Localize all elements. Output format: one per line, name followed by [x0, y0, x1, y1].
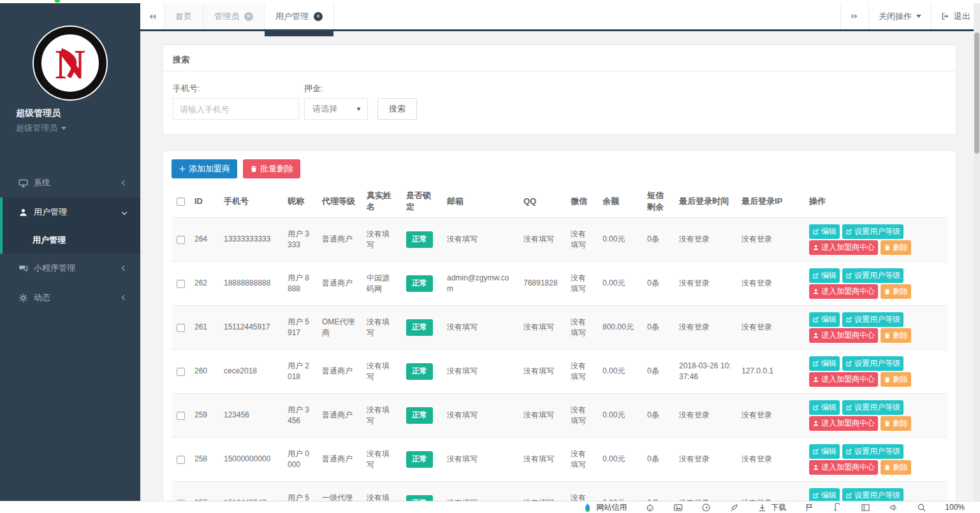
- search-button[interactable]: 搜索: [377, 98, 417, 120]
- row-checkbox[interactable]: [177, 456, 185, 464]
- delete-button[interactable]: 删除: [881, 284, 911, 299]
- enter-franchisee-center-button[interactable]: 进入加盟商中心: [809, 328, 878, 343]
- nav-group-2: 小程序管理: [0, 254, 140, 283]
- enter-franchisee-center-button[interactable]: 进入加盟商中心: [809, 416, 878, 431]
- svg-text:N: N: [55, 41, 85, 87]
- tab-close-icon[interactable]: ×: [314, 12, 323, 21]
- status-item-下载[interactable]: 下载: [757, 502, 786, 513]
- edit-button[interactable]: 编辑: [809, 224, 840, 239]
- cell-sms: 0条: [642, 394, 674, 438]
- status-item-100%[interactable]: 100%: [945, 503, 965, 512]
- add-franchisee-button[interactable]: 添加加盟商: [172, 159, 237, 178]
- trash-icon: [884, 376, 891, 383]
- column-header: 邮箱: [442, 185, 518, 218]
- edit-button[interactable]: 编辑: [809, 488, 840, 502]
- status-badge: 正常: [406, 451, 433, 467]
- cell-actions: 编辑 设置用户等级 进入加盟商中心 删除: [804, 394, 947, 438]
- set-user-level-button[interactable]: 设置用户等级: [842, 444, 903, 459]
- enter-franchisee-center-button[interactable]: 进入加盟商中心: [809, 284, 878, 299]
- status-item[interactable]: [861, 503, 870, 512]
- status-item[interactable]: [729, 503, 739, 512]
- set-user-level-button[interactable]: 设置用户等级: [842, 312, 903, 327]
- set-user-level-button[interactable]: 设置用户等级: [842, 488, 903, 502]
- enter-franchisee-center-button[interactable]: 进入加盟商中心: [809, 240, 878, 255]
- table-row: 262 18888888888 用户 8888 普通商户 中国源码网 正常 ad…: [172, 262, 947, 306]
- row-checkbox[interactable]: [177, 412, 185, 420]
- rocket-icon: [729, 503, 739, 512]
- status-item[interactable]: [645, 503, 655, 512]
- cell-wechat: 没有填写: [566, 394, 597, 438]
- cell-phone: 15112445917: [219, 306, 282, 350]
- row-checkbox[interactable]: [177, 368, 185, 376]
- edit-button[interactable]: 编辑: [809, 312, 840, 327]
- nav-group-3: 动态: [0, 283, 140, 312]
- phone-input[interactable]: [173, 98, 299, 120]
- batch-delete-button[interactable]: 批量删除: [243, 159, 300, 178]
- cell-actions: 编辑 设置用户等级 进入加盟商中心 删除: [804, 306, 947, 350]
- tab-首页[interactable]: 首页: [165, 3, 203, 29]
- close-operations-dropdown[interactable]: 关闭操作: [868, 3, 931, 29]
- column-header: 操作: [804, 185, 947, 218]
- speaker-icon: [889, 503, 898, 512]
- tab-close-icon[interactable]: ×: [244, 12, 253, 21]
- sidebar-item-label: 动态: [34, 292, 50, 303]
- set-user-level-button[interactable]: 设置用户等级: [842, 400, 903, 415]
- delete-button[interactable]: 删除: [881, 328, 911, 343]
- cell-nickname: 用户 3456: [282, 394, 317, 438]
- scrollbar-thumb[interactable]: [974, 33, 979, 154]
- row-checkbox[interactable]: [177, 280, 185, 288]
- delete-button[interactable]: 删除: [881, 416, 911, 431]
- sidebar-item-小程序管理[interactable]: 小程序管理: [3, 254, 140, 283]
- row-actions: 编辑 设置用户等级 进入加盟商中心 删除: [809, 400, 942, 431]
- delete-button[interactable]: 删除: [881, 372, 911, 387]
- cell-agent-level: OME代理商: [317, 306, 362, 350]
- sidebar-item-用户管理[interactable]: 用户管理: [3, 198, 140, 227]
- cell-actions: 编辑 设置用户等级 进入加盟商中心 删除: [804, 218, 947, 262]
- deposit-select[interactable]: 请选择 ▼: [304, 98, 368, 120]
- status-item[interactable]: [889, 503, 898, 512]
- enter-franchisee-center-button[interactable]: 进入加盟商中心: [809, 460, 878, 475]
- edit-button[interactable]: 编辑: [809, 356, 840, 371]
- cell-email: 没有填写: [442, 394, 518, 438]
- edit-button[interactable]: 编辑: [809, 444, 840, 459]
- sidebar: N 超级管理员 超级管理员 系统 用户管理 用户管理: [0, 3, 140, 502]
- sidebar-subitem-用户管理[interactable]: 用户管理: [3, 227, 140, 254]
- status-item[interactable]: [917, 503, 926, 512]
- sidebar-item-动态[interactable]: 动态: [3, 283, 140, 312]
- row-actions: 编辑 设置用户等级 进入加盟商中心 删除: [809, 444, 942, 475]
- set-user-level-button[interactable]: 设置用户等级: [842, 356, 903, 371]
- status-item[interactable]: [833, 503, 842, 512]
- delete-button[interactable]: 删除: [881, 240, 911, 255]
- row-checkbox[interactable]: [177, 324, 185, 332]
- status-item[interactable]: [701, 503, 711, 512]
- logout-button[interactable]: 退出: [931, 3, 980, 29]
- column-header: 真实姓名: [362, 185, 401, 218]
- status-item[interactable]: [673, 503, 683, 512]
- status-item-网站信用[interactable]: 网站信用: [583, 502, 627, 513]
- tabs: 首页 管理员 × 用户管理 ×: [165, 3, 334, 29]
- page-scrollbar[interactable]: [974, 3, 980, 502]
- user-role-dropdown[interactable]: 超级管理员: [0, 122, 140, 134]
- status-item[interactable]: [805, 503, 814, 512]
- cell-balance: 0.00元: [597, 262, 642, 306]
- browser-status-bar: 网站信用 下载 100%: [0, 501, 980, 513]
- enter-franchisee-center-button[interactable]: 进入加盟商中心: [809, 372, 878, 387]
- cell-phone: 15000000000: [219, 438, 282, 482]
- set-user-level-button[interactable]: 设置用户等级: [842, 268, 903, 283]
- row-checkbox[interactable]: [177, 236, 185, 244]
- sidebar-item-label: 用户管理: [34, 206, 67, 218]
- set-user-level-button[interactable]: 设置用户等级: [842, 224, 903, 239]
- delete-button[interactable]: 删除: [881, 460, 911, 475]
- edit-button[interactable]: 编辑: [809, 400, 840, 415]
- cell-agent-level: 普通商户: [317, 438, 362, 482]
- sidebar-item-系统[interactable]: 系统: [3, 168, 140, 198]
- tab-用户管理[interactable]: 用户管理 ×: [265, 3, 334, 29]
- cell-last-login-time: 没有登录: [674, 218, 736, 262]
- edit-button[interactable]: 编辑: [809, 268, 840, 283]
- tab-管理员[interactable]: 管理员 ×: [203, 3, 265, 29]
- cell-email: 没有填写: [442, 306, 518, 350]
- select-all-checkbox[interactable]: [177, 198, 185, 206]
- tabs-scroll-left-button[interactable]: [140, 3, 165, 29]
- cell-nickname: 用户 5547: [282, 482, 317, 502]
- tabs-scroll-right-button[interactable]: [840, 3, 868, 29]
